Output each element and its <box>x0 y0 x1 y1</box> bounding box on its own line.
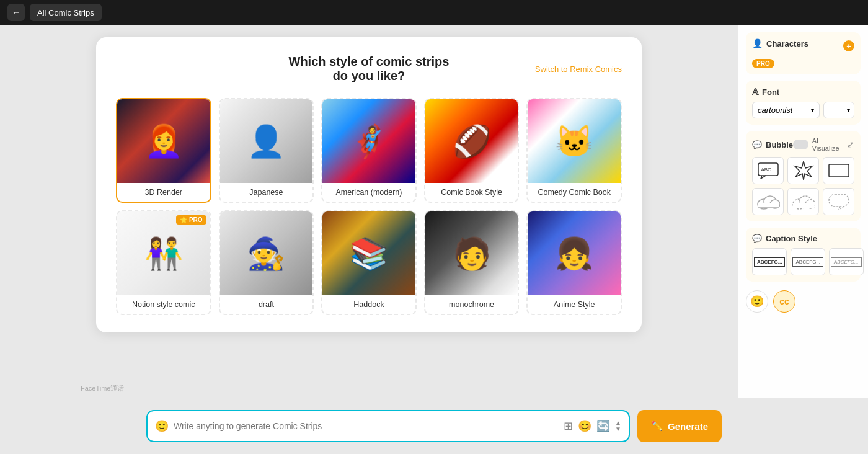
right-sidebar: 👤 Characters + PRO 𝔸 Font cartoonist ▾ <box>738 25 868 398</box>
style-selection-modal: Which style of comic strips do you like?… <box>96 37 642 332</box>
font-controls: cartoonist ▾ ▾ <box>752 102 854 118</box>
caption-style-2[interactable]: ABCEFG... <box>790 248 825 275</box>
chevron-down-icon: ▾ <box>811 107 814 114</box>
chevron-down-icon-2: ▾ <box>847 107 850 114</box>
style-card-label-japanese: Japanese <box>220 183 313 202</box>
add-character-button[interactable]: + <box>843 40 854 51</box>
generate-label: Generate <box>668 421 708 432</box>
modal-header: Which style of comic strips do you like?… <box>116 55 622 83</box>
generate-button[interactable]: ✏️ Generate <box>637 410 722 442</box>
style-card-notion[interactable]: 👫⭐ PRONotion style comic <box>116 210 211 315</box>
comic-text-input[interactable] <box>174 421 564 431</box>
emoji-action-button[interactable]: 😊 <box>578 419 591 433</box>
font-size-select[interactable]: ▾ <box>823 102 854 118</box>
bubble-rectangle[interactable] <box>823 157 854 184</box>
font-family-select[interactable]: cartoonist ▾ <box>752 102 820 118</box>
cc-button[interactable]: cc <box>773 290 795 313</box>
style-card-comic-book[interactable]: 🏈Comic Book Style <box>424 98 520 203</box>
bubble-section: 💬 Bubble AI Visualize ⤢ ABC... <box>746 131 861 221</box>
svg-rect-7 <box>758 203 779 208</box>
caption-title: 💬 Caption Style <box>752 234 854 243</box>
svg-rect-13 <box>829 194 849 207</box>
style-card-monochrome[interactable]: 🧑monochrome <box>424 210 520 315</box>
styles-grid: 👩‍🦰3D Render👤Japanese🦸American (modern)🏈… <box>116 98 622 315</box>
watermark: FaceTime通话 <box>81 384 125 393</box>
grid-icon-button[interactable]: ⊞ <box>564 419 573 433</box>
style-card-label-monochrome: monochrome <box>425 295 518 314</box>
caption-style-1[interactable]: ABCEFG... <box>752 248 787 275</box>
bubble-rounded-rect[interactable] <box>823 188 854 215</box>
style-card-label-draft: draft <box>220 295 313 314</box>
breadcrumb-button[interactable]: All Comic Strips <box>30 4 102 21</box>
bubble-dotted-cloud[interactable] <box>787 188 819 215</box>
style-card-label-american: American (modern) <box>322 183 415 202</box>
bubble-speech[interactable]: ABC... <box>752 157 784 184</box>
pencil-icon: ✏️ <box>651 421 663 432</box>
characters-title: 👤 Characters <box>752 38 808 48</box>
style-card-anime[interactable]: 👧Anime Style <box>526 210 622 315</box>
smiley-icon: 🙂 <box>155 419 169 433</box>
bubble-starburst[interactable] <box>787 157 819 184</box>
pro-badge-notion: ⭐ PRO <box>176 215 206 225</box>
characters-section: 👤 Characters + PRO <box>746 32 861 74</box>
refresh-icon-button[interactable]: 🔄 <box>596 419 610 433</box>
sidebar-bottom-icons: 🙂 cc <box>746 290 861 313</box>
pro-badge: PRO <box>752 59 774 68</box>
svg-rect-3 <box>829 164 849 177</box>
main-layout: Which style of comic strips do you like?… <box>0 25 868 398</box>
bubble-title: 💬 Bubble <box>752 140 793 149</box>
bubble-cloud[interactable] <box>752 188 784 215</box>
style-card-3d-render[interactable]: 👩‍🦰3D Render <box>116 98 211 203</box>
style-card-haddock[interactable]: 📚Haddock <box>321 210 417 315</box>
person-icon: 👤 <box>752 38 763 48</box>
expand-icon[interactable]: ⤢ <box>847 140 854 149</box>
font-section: 𝔸 Font cartoonist ▾ ▾ <box>746 81 861 125</box>
emoji-button[interactable]: 🙂 <box>746 290 768 313</box>
input-action-buttons: ⊞ 😊 🔄 ▲ ▼ <box>564 419 621 433</box>
modal-title: Which style of comic strips do you like? <box>285 55 453 83</box>
font-title: 𝔸 Font <box>752 87 854 97</box>
center-panel: Which style of comic strips do you like?… <box>0 25 738 398</box>
style-card-label-notion: Notion style comic <box>117 295 210 314</box>
svg-text:ABC...: ABC... <box>761 167 775 172</box>
bubble-options-grid: ABC... <box>752 157 854 215</box>
style-card-label-3d-render: 3D Render <box>117 183 210 202</box>
caption-section: 💬 Caption Style ABCEFG... ABCEFG... ABCE… <box>746 228 861 282</box>
input-arrows: ▲ ▼ <box>615 420 621 432</box>
svg-rect-12 <box>793 203 814 208</box>
switch-to-remix-link[interactable]: Switch to Remix Comics <box>535 65 622 74</box>
toggle-switch[interactable] <box>793 140 808 149</box>
style-card-label-comedy-comic: Comedy Comic Book <box>528 183 621 202</box>
caption-style-3[interactable]: ABCEFG... <box>829 248 864 275</box>
arrow-down-button[interactable]: ▼ <box>615 426 621 432</box>
caption-options-grid: ABCEFG... ABCEFG... ABCEFG... <box>752 248 854 275</box>
style-card-american[interactable]: 🦸American (modern) <box>321 98 417 203</box>
text-input-container: 🙂 ⊞ 😊 🔄 ▲ ▼ <box>146 410 630 442</box>
style-card-label-anime: Anime Style <box>528 295 621 314</box>
ai-visualize-toggle[interactable]: AI Visualize ⤢ <box>793 137 854 152</box>
style-card-label-haddock: Haddock <box>322 295 415 314</box>
font-icon: 𝔸 <box>752 87 758 97</box>
style-card-comedy-comic[interactable]: 🐱Comedy Comic Book <box>526 98 622 203</box>
bubble-icon: 💬 <box>752 140 762 149</box>
bottom-bar: 🙂 ⊞ 😊 🔄 ▲ ▼ ✏️ Generate <box>0 398 868 454</box>
style-card-draft[interactable]: 🧙draft <box>219 210 314 315</box>
caption-icon: 💬 <box>752 234 762 243</box>
ai-visualize-label: AI Visualize <box>812 137 843 152</box>
header: ← All Comic Strips <box>0 0 868 25</box>
style-card-japanese[interactable]: 👤Japanese <box>219 98 314 203</box>
style-card-label-comic-book: Comic Book Style <box>425 183 518 202</box>
back-button[interactable]: ← <box>7 4 25 21</box>
svg-marker-2 <box>795 161 812 180</box>
bubble-header: 💬 Bubble AI Visualize ⤢ <box>752 137 854 152</box>
